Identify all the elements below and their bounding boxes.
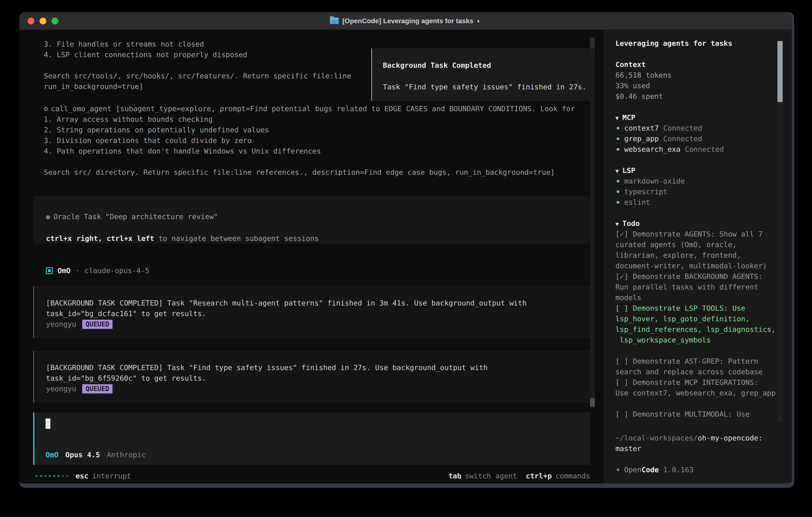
background-task-message: [BACKGROUND TASK COMPLETED] Task "Resear…	[33, 286, 590, 338]
todo-item: [ ] Demonstrate LSP TOOLS: Uselsp_hover,…	[615, 303, 784, 345]
bullet-icon	[617, 180, 619, 183]
lsp-heading[interactable]: ▼LSP	[615, 165, 792, 176]
zoom-window-button[interactable]	[52, 18, 58, 24]
todo-line: [✓] Demonstrate BACKGROUND AGENTS:	[615, 271, 784, 282]
sidebar-session-title: Leveraging agents for tasks	[615, 38, 792, 49]
todo-heading[interactable]: ▼Todo	[615, 218, 792, 229]
sidebar-scrollbar[interactable]	[777, 41, 783, 422]
input-model-provider: Anthropic	[107, 451, 146, 459]
mcp-section: ▼MCP context7 Connected grep_app Co	[615, 112, 792, 155]
tool-call-line: 2. String operations on potentially unde…	[44, 125, 590, 135]
status-bar-left: esc interrupt	[35, 472, 131, 480]
screen: [OpenCode] Leveraging agents for tasks ◐…	[0, 0, 812, 517]
bullet-icon	[617, 148, 619, 151]
mcp-item-status: Connected	[663, 124, 702, 132]
main-scrollbar-thumb[interactable]	[590, 398, 595, 407]
task-user: yeongyu	[46, 385, 76, 393]
tool-call-line: 3. Division operations that could divide…	[44, 135, 590, 146]
status-bar: esc interrupt tab switch agent ctrl+p co…	[35, 471, 590, 481]
mcp-heading[interactable]: ▼MCP	[615, 112, 792, 123]
mcp-item: context7 Connected	[615, 123, 792, 133]
lsp-item: markdown-oxide	[615, 176, 792, 186]
agent-icon	[46, 267, 53, 274]
task-message-line: task_id="bg_dcfac161" to get results.	[46, 308, 582, 319]
todo-line: [ ] Demonstrate MULTIMODAL: Use	[615, 409, 784, 419]
bullet-icon	[617, 127, 619, 130]
todo-item-lines: [✓] Demonstrate AGENTS: Show all 7curate…	[615, 229, 784, 271]
todo-item-lines: [ ] Demonstrate MCP INTEGRATIONS:Use con…	[615, 377, 784, 398]
minimize-window-button[interactable]	[39, 18, 46, 24]
oracle-task-icon: ◉	[46, 213, 50, 221]
workspace-path: ~/local-workspaces/oh-my-opencode:	[615, 433, 784, 443]
input-model-name[interactable]: Opus 4.5	[65, 451, 100, 459]
chevron-down-icon: ▼	[615, 221, 619, 227]
mcp-item-status: Connected	[663, 135, 702, 143]
oracle-task-box: ◉Oracle Task "Deep architecture review" …	[33, 196, 590, 244]
mcp-item-name: context7	[624, 124, 659, 132]
todo-list: [✓] Demonstrate AGENTS: Show all 7curate…	[615, 229, 784, 419]
todo-line: lsp_workspace_symbols	[615, 335, 784, 345]
todo-line: lsp_find_references, lsp_diagnostics,	[615, 324, 784, 335]
hint-text: to navigate between subagent sessions	[154, 234, 319, 243]
todo-line: [✓] Demonstrate AGENTS: Show all 7	[615, 229, 784, 239]
task-user: yeongyu	[46, 320, 76, 328]
input-agent-name[interactable]: OmO	[46, 451, 59, 459]
task-meta-row: yeongyu QUEUED	[46, 383, 582, 394]
background-task-message: [BACKGROUND TASK COMPLETED] Task "Find t…	[33, 351, 590, 403]
context-stats: 66,518 tokens33% used$0.46 spent	[615, 70, 792, 102]
app-name-bold: Code	[642, 466, 659, 474]
context-stat-line: 33% used	[615, 80, 792, 91]
tab-hint-group: tab switch agent	[448, 472, 517, 480]
chevron-down-icon: ▼	[615, 115, 619, 121]
bullet-icon	[617, 468, 619, 471]
sidebar: Leveraging agents for tasks Context 66,5…	[603, 30, 792, 483]
todo-line: [ ] Demonstrate AST-GREP: Pattern	[615, 356, 784, 366]
agent-model: claude-opus-4-5	[85, 267, 149, 275]
workspace-repo: oh-my-opencode:	[698, 434, 763, 442]
status-badge: QUEUED	[82, 384, 113, 393]
input-meta-row: OmO Opus 4.5 Anthropic	[46, 450, 582, 460]
context-stat-line: $0.46 spent	[615, 91, 792, 102]
lsp-item-name: eslint	[624, 198, 650, 206]
task-message-line: task_id="bg_6f59260c" to get results.	[46, 373, 582, 383]
esc-key-hint: esc	[76, 472, 88, 480]
prompt-input[interactable]: OmO Opus 4.5 Anthropic	[33, 412, 590, 465]
todo-line: search and replace across codebase	[615, 366, 784, 377]
close-window-button[interactable]	[28, 18, 34, 24]
todo-line: models	[615, 292, 784, 303]
agent-name: OmO	[58, 267, 70, 275]
todo-line: Run parallel tasks with different	[615, 282, 784, 292]
mcp-item-name: grep_app	[624, 135, 659, 143]
todo-item: [ ] Demonstrate MCP INTEGRATIONS:Use con…	[615, 377, 784, 398]
sidebar-scrollbar-thumb[interactable]	[777, 41, 783, 102]
ctrlp-key-label: commands	[555, 472, 590, 480]
ctrlp-key-hint: ctrl+p	[526, 472, 552, 480]
agent-separator: ·	[75, 267, 80, 275]
mcp-item-status: Connected	[685, 145, 724, 153]
todo-line: librarian, explore, frontend,	[615, 250, 784, 261]
tool-call-line	[44, 156, 590, 167]
lsp-list: markdown-oxide typescript eslint	[615, 176, 792, 208]
todo-item-lines: [ ] Demonstrate MULTIMODAL: Use	[615, 409, 784, 419]
todo-item: [ ] Demonstrate AST-GREP: Patternsearch …	[615, 356, 784, 377]
workspace-info: ~/local-workspaces/oh-my-opencode: maste…	[615, 433, 784, 454]
todo-line: [ ] Demonstrate MCP INTEGRATIONS:	[615, 377, 784, 388]
todo-item-lines: [✓] Demonstrate BACKGROUND AGENTS:Run pa…	[615, 271, 784, 303]
title-bar: [OpenCode] Leveraging agents for tasks ◐	[19, 12, 792, 30]
esc-key-label: interrupt	[92, 472, 131, 480]
window-title-text: [OpenCode] Leveraging agents for tasks	[342, 17, 473, 25]
toast-title: Background Task Completed	[383, 60, 586, 71]
tool-call-block: ⚙call_omo_agent [subagent_type=explore, …	[44, 103, 590, 178]
lsp-item-name: markdown-oxide	[624, 177, 685, 185]
spinner-dots-icon	[35, 475, 68, 477]
lsp-heading-label: LSP	[622, 166, 635, 174]
todo-line: document-writer, multimodal-looker)	[615, 261, 784, 271]
tool-call-lines: 1. Array access without bounds checking2…	[44, 114, 590, 178]
todo-line: curated agents (OmO, oracle,	[615, 239, 784, 250]
context-heading: Context	[615, 59, 792, 70]
tool-call-line: ⚙call_omo_agent [subagent_type=explore, …	[44, 103, 590, 114]
terminal-window: [OpenCode] Leveraging agents for tasks ◐…	[19, 12, 794, 488]
context-section: Context 66,518 tokens33% used$0.46 spent	[615, 59, 792, 102]
scrollback-line: 3. File handles or streams not closed	[44, 39, 590, 49]
main-scrollbar[interactable]	[590, 37, 595, 408]
